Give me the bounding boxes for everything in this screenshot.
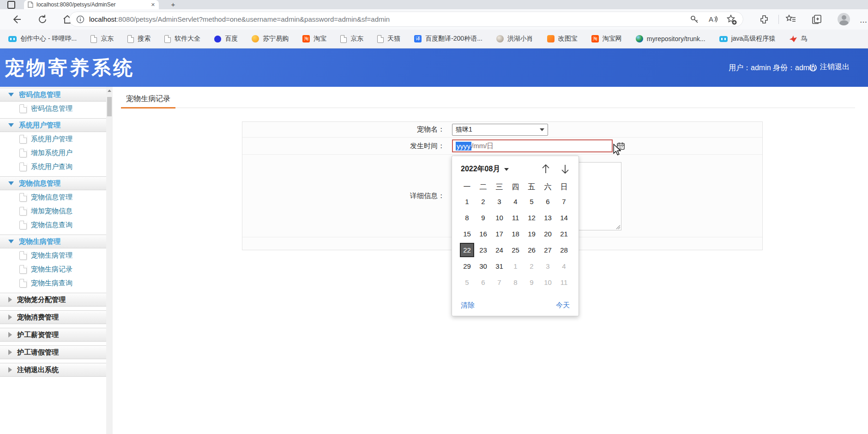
calendar-day[interactable]: 31 [491,258,507,274]
calendar-day[interactable]: 10 [540,274,556,290]
prev-month-arrow-icon[interactable] [541,163,551,175]
calendar-day[interactable]: 17 [491,226,507,242]
password-key-icon[interactable] [688,13,700,25]
calendar-day[interactable]: 28 [556,242,572,258]
calendar-day[interactable]: 21 [556,226,572,242]
calendar-day[interactable]: 6 [475,274,491,290]
calendar-day[interactable]: 25 [507,242,524,258]
calendar-day[interactable]: 15 [459,226,475,242]
sidebar-item[interactable]: 增加系统用户 [0,146,106,160]
calendar-day[interactable]: 29 [459,258,475,274]
more-options-icon[interactable]: ⋯ [860,18,868,26]
sidebar-section-header[interactable]: 宠物生病管理 [0,235,106,248]
collections-icon[interactable] [811,13,823,25]
back-icon[interactable] [11,14,22,25]
bookmark-item[interactable]: 译 百度翻译-200种语... [414,35,482,43]
sidebar-item[interactable]: 密码信息管理 [0,102,106,115]
browser-tab[interactable]: localhost:8080/petsys/AdminSer ✕ [24,0,159,9]
sidebar-item[interactable]: 增加宠物信息 [0,204,106,218]
calendar-day[interactable]: 30 [475,258,491,274]
read-aloud-icon[interactable]: A [707,13,719,25]
sidebar-section-header[interactable]: 密码信息管理 [0,88,106,102]
pet-name-select[interactable]: 猫咪1 [452,124,548,136]
calendar-day[interactable]: 23 [475,242,491,258]
calendar-day[interactable]: 16 [475,226,491,242]
refresh-icon[interactable] [37,14,48,25]
sidebar-section-header[interactable]: 护工请假管理 [0,345,106,359]
bookmark-item[interactable]: 京东 [340,35,363,43]
sidebar-item[interactable]: 宠物生病管理 [0,248,106,262]
logout-button[interactable]: 注销退出 [809,62,850,72]
sidebar-item[interactable]: 宠物信息查询 [0,218,106,232]
calendar-day[interactable]: 6 [540,193,556,210]
calendar-day[interactable]: 19 [524,226,540,242]
calendar-day[interactable]: 5 [459,274,475,290]
next-month-arrow-icon[interactable] [560,163,570,175]
date-segment-year[interactable]: yyyy [456,142,471,151]
calendar-day[interactable]: 24 [491,242,507,258]
sidebar-section-header[interactable]: 宠物信息管理 [0,176,106,190]
sidebar-item[interactable]: 宠物生病记录 [0,262,106,276]
sidebar-scrollbar[interactable] [106,87,113,434]
sidebar-item[interactable]: 系统用户查询 [0,160,106,174]
calendar-day[interactable]: 11 [507,210,524,226]
calendar-day[interactable]: 8 [459,210,475,226]
bookmark-item[interactable]: 创作中心 - 哔哩哔... [8,35,77,43]
favorites-bar-icon[interactable] [785,13,797,25]
bookmark-item[interactable]: 京东 [90,35,114,43]
bookmark-item[interactable]: 洪湖小肖 [496,35,533,43]
calendar-day[interactable]: 4 [556,258,572,274]
calendar-day[interactable]: 27 [540,242,556,258]
calendar-day[interactable]: 2 [524,258,540,274]
bookmark-item[interactable]: 天猫 [377,35,400,43]
calendar-day[interactable]: 9 [475,210,491,226]
calendar-day[interactable]: 3 [491,193,507,210]
calendar-day[interactable]: 2 [475,193,491,210]
tab-close-icon[interactable]: ✕ [151,2,155,8]
calendar-day[interactable]: 7 [491,274,507,290]
calendar-day[interactable]: 22 [459,242,475,258]
bookmark-item[interactable]: 改图宝 [547,35,578,43]
bookmark-item[interactable]: 百度 [214,35,238,43]
calendar-day[interactable]: 26 [524,242,540,258]
calendar-day[interactable]: 8 [507,274,524,290]
bookmark-item[interactable]: myrepository/trunk... [636,35,705,42]
bookmark-item[interactable]: 淘 淘宝 [302,35,326,43]
scroll-up-button[interactable] [106,87,113,95]
bookmark-item[interactable]: 鸟 [789,35,807,43]
clear-button[interactable]: 清除 [461,301,475,310]
bookmark-item[interactable]: java高级程序猿 [719,35,776,43]
bookmark-item[interactable]: 软件大全 [164,35,200,43]
today-button[interactable]: 今天 [556,301,570,310]
bookmark-item[interactable]: 淘 淘宝网 [591,35,622,43]
calendar-day[interactable]: 14 [556,210,572,226]
textarea-resize-grip-icon[interactable] [615,224,621,229]
sidebar-section-header[interactable]: 注销退出系统 [0,363,106,377]
calendar-day[interactable]: 7 [556,193,572,210]
page-tab-title[interactable]: 宠物生病记录 [126,94,170,104]
sidebar-section-header[interactable]: 护工薪资管理 [0,328,106,342]
new-tab-button[interactable]: + [169,0,177,9]
calendar-day[interactable]: 4 [507,193,524,210]
sidebar-item[interactable]: 系统用户管理 [0,132,106,146]
bookmark-item[interactable]: 苏宁易购 [252,35,289,43]
calendar-day[interactable]: 3 [540,258,556,274]
sidebar-section-header[interactable]: 系统用户管理 [0,118,106,132]
address-bar[interactable]: localhost:8080/petsys/AdminServlet?metho… [69,12,743,27]
calendar-day[interactable]: 5 [524,193,540,210]
sidebar-section-header[interactable]: 宠物消费管理 [0,310,106,324]
month-year-selector[interactable]: 2022年08月 [461,164,509,174]
scrollbar-thumb[interactable] [107,97,112,116]
profile-avatar[interactable] [838,13,850,25]
calendar-day[interactable]: 10 [491,210,507,226]
sidebar-item[interactable]: 宠物生病查询 [0,276,106,290]
sidebar-section-header[interactable]: 宠物笼分配管理 [0,293,106,307]
calendar-day[interactable]: 1 [507,258,524,274]
site-info-icon[interactable] [76,15,84,24]
calendar-day[interactable]: 1 [459,193,475,210]
extensions-icon[interactable] [758,13,770,25]
date-segment-rest[interactable]: /mm/日 [471,142,494,151]
add-favorite-star-icon[interactable] [725,13,737,25]
calendar-day[interactable]: 13 [540,210,556,226]
calendar-day[interactable]: 11 [556,274,572,290]
